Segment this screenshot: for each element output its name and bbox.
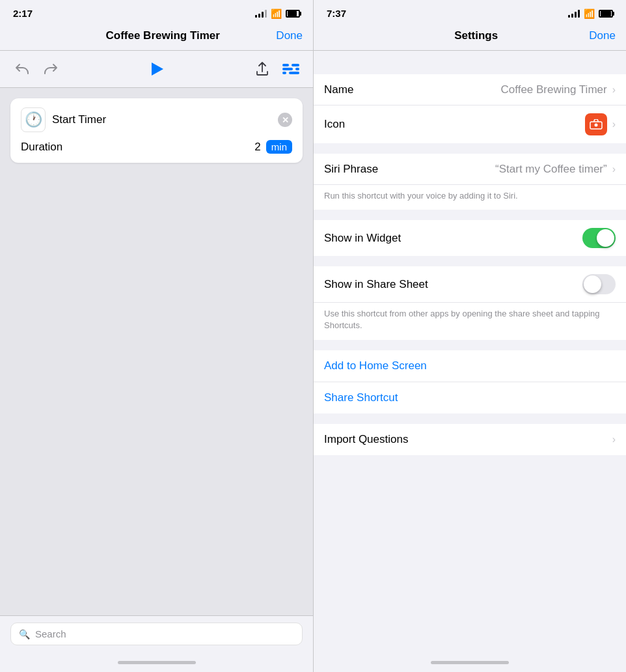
icon-label: Icon — [324, 118, 345, 131]
actions-section: Add to Home Screen Share Shortcut — [314, 350, 626, 413]
bottom-gap — [314, 455, 626, 466]
right-battery-icon — [599, 10, 613, 18]
clock-icon: 🕐 — [21, 107, 46, 132]
siri-label: Siri Phrase — [324, 163, 378, 176]
icon-value-area: › — [585, 113, 616, 135]
left-toolbar — [0, 51, 313, 88]
home-bar — [118, 661, 196, 664]
close-action-button[interactable]: ✕ — [278, 113, 292, 127]
action-title-area: 🕐 Start Timer — [21, 107, 106, 132]
svg-point-8 — [594, 124, 597, 127]
svg-rect-2 — [292, 64, 299, 66]
share-sheet-section: Show in Share Sheet Use this shortcut fr… — [314, 266, 626, 339]
svg-rect-1 — [282, 64, 289, 66]
settings-scroll: Name Coffee Brewing Timer › Icon — [314, 51, 626, 656]
redo-button[interactable] — [42, 60, 60, 78]
widget-section: Show in Widget — [314, 220, 626, 256]
import-value-area: › — [612, 434, 616, 445]
siri-hint: Run this shortcut with your voice by add… — [314, 185, 626, 210]
left-panel: 2:17 📶 Coffee Brewing Timer Done — [0, 0, 313, 672]
left-status-bar: 2:17 📶 — [0, 0, 313, 24]
name-icon-section: Name Coffee Brewing Timer › Icon — [314, 74, 626, 143]
top-gap — [314, 51, 626, 74]
duration-value-area: 2 min — [254, 140, 292, 154]
share-sheet-hint: Use this shortcut from other apps by ope… — [314, 303, 626, 339]
share-button[interactable] — [253, 60, 271, 78]
widget-row: Show in Widget — [314, 220, 626, 256]
right-status-bar: 7:37 📶 — [314, 0, 626, 24]
actions-gap — [314, 340, 626, 350]
name-label: Name — [324, 83, 353, 96]
share-sheet-label: Show in Share Sheet — [324, 278, 428, 291]
left-nav-bar: Coffee Brewing Timer Done — [0, 24, 313, 51]
search-icon: 🔍 — [19, 629, 30, 639]
name-chevron-icon: › — [612, 84, 616, 96]
siri-value-area: “Start my Coffee timer” › — [495, 163, 616, 176]
icon-chevron-icon: › — [612, 119, 616, 130]
right-signal-bars-icon — [568, 10, 580, 18]
right-status-icons: 📶 — [568, 8, 613, 19]
import-label: Import Questions — [324, 433, 408, 446]
widget-label: Show in Widget — [324, 232, 401, 245]
widget-toggle-knob — [597, 229, 614, 247]
siri-section: Siri Phrase “Start my Coffee timer” › Ru… — [314, 154, 626, 210]
siri-phrase-value: “Start my Coffee timer” — [495, 163, 607, 176]
duration-row: Duration 2 min — [21, 140, 292, 154]
import-chevron-icon: › — [612, 434, 616, 445]
name-value: Coffee Brewing Timer — [501, 83, 607, 96]
name-row[interactable]: Name Coffee Brewing Timer › — [314, 74, 626, 105]
left-time: 2:17 — [13, 8, 33, 19]
right-home-indicator — [314, 656, 626, 672]
left-nav-title: Coffee Brewing Timer — [105, 29, 219, 42]
undo-button[interactable] — [13, 60, 31, 78]
settings-toggle-button[interactable] — [282, 60, 300, 78]
add-to-home-label: Add to Home Screen — [324, 359, 427, 372]
left-status-icons: 📶 — [255, 8, 300, 19]
start-timer-card: 🕐 Start Timer ✕ Duration 2 min — [10, 98, 303, 163]
shortcuts-content: 🕐 Start Timer ✕ Duration 2 min — [0, 88, 313, 615]
widget-gap — [314, 210, 626, 220]
import-row[interactable]: Import Questions › — [314, 424, 626, 455]
svg-marker-0 — [152, 63, 163, 76]
siri-row[interactable]: Siri Phrase “Start my Coffee timer” › — [314, 154, 626, 185]
share-sheet-toggle-knob — [584, 275, 601, 293]
import-section: Import Questions › — [314, 424, 626, 455]
search-placeholder: Search — [35, 628, 66, 639]
left-home-indicator — [0, 656, 313, 672]
duration-label: Duration — [21, 141, 62, 154]
share-sheet-gap — [314, 256, 626, 266]
right-done-button[interactable]: Done — [589, 29, 616, 42]
share-sheet-toggle[interactable] — [582, 274, 616, 294]
search-bar-container: 🔍 Search — [0, 615, 313, 656]
svg-rect-5 — [282, 72, 286, 74]
add-to-home-row[interactable]: Add to Home Screen — [314, 350, 626, 382]
right-home-bar — [431, 661, 509, 664]
wifi-icon: 📶 — [271, 8, 282, 19]
name-value-area: Coffee Brewing Timer › — [501, 83, 616, 96]
svg-rect-3 — [282, 68, 293, 70]
play-button[interactable] — [145, 57, 169, 81]
svg-rect-6 — [289, 72, 299, 74]
share-shortcut-row[interactable]: Share Shortcut — [314, 382, 626, 413]
right-panel: 7:37 📶 Settings Done Name — [313, 0, 626, 672]
right-wifi-icon: 📶 — [584, 8, 595, 19]
left-done-button[interactable]: Done — [276, 29, 303, 42]
action-name-label: Start Timer — [52, 113, 106, 126]
battery-icon — [286, 10, 300, 18]
action-card-header: 🕐 Start Timer ✕ — [21, 107, 292, 132]
search-bar[interactable]: 🔍 Search — [10, 623, 303, 645]
icon-row[interactable]: Icon › — [314, 105, 626, 143]
icon-badge — [585, 113, 607, 135]
right-nav-bar: Settings Done — [314, 24, 626, 51]
share-shortcut-label: Share Shortcut — [324, 391, 398, 404]
svg-rect-4 — [295, 68, 299, 70]
signal-bars-icon — [255, 10, 267, 18]
duration-unit-button[interactable]: min — [266, 140, 292, 154]
import-gap — [314, 413, 626, 424]
right-time: 7:37 — [327, 8, 346, 19]
siri-chevron-icon: › — [612, 163, 616, 175]
share-sheet-row: Show in Share Sheet — [314, 266, 626, 303]
duration-number[interactable]: 2 — [254, 141, 260, 154]
siri-gap — [314, 143, 626, 154]
widget-toggle[interactable] — [582, 228, 616, 248]
